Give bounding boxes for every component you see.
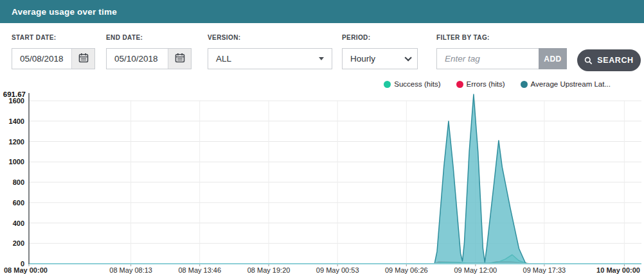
x-tick-label: 10 May 00:00 xyxy=(596,266,640,274)
y-tick-label: 600 xyxy=(13,199,24,207)
legend-label: Average Upstream Lat... xyxy=(531,80,611,88)
avg-upstream-series-dot xyxy=(521,81,528,88)
legend-item-errors[interactable]: Errors (hits) xyxy=(456,80,505,88)
period-select[interactable]: Hourly xyxy=(342,48,418,69)
y-tick-label: 800 xyxy=(13,178,24,186)
search-icon xyxy=(584,56,593,65)
chart-legend: Success (hits) Errors (hits) Average Ups… xyxy=(384,80,611,88)
chevron-down-icon xyxy=(404,54,411,61)
calendar-icon xyxy=(175,53,185,65)
add-tag-button[interactable]: ADD xyxy=(539,48,567,69)
legend-item-success[interactable]: Success (hits) xyxy=(384,80,440,88)
search-button-label: SEARCH xyxy=(597,56,633,65)
tag-input[interactable] xyxy=(436,48,539,69)
start-date-input[interactable] xyxy=(12,49,71,69)
x-tick-label: 09 May 06:26 xyxy=(385,266,428,274)
version-select-value: ALL xyxy=(216,54,231,64)
series-area xyxy=(29,255,624,264)
end-date-input[interactable] xyxy=(107,49,168,69)
page-header: Average usage over time xyxy=(0,0,644,23)
x-tick-label: 08 May 00:00 xyxy=(4,266,48,274)
period-label: PERIOD: xyxy=(342,34,370,41)
x-tick-label: 09 May 17:33 xyxy=(523,266,566,274)
legend-label: Errors (hits) xyxy=(467,80,505,88)
series-area xyxy=(29,94,624,264)
start-date-label: START DATE: xyxy=(12,34,57,41)
end-date-label: END DATE: xyxy=(106,34,143,41)
version-label: VERSION: xyxy=(208,34,241,41)
usage-chart-panel: Success (hits) Errors (hits) Average Ups… xyxy=(0,77,644,274)
y-tick-label: 400 xyxy=(13,219,24,227)
x-tick-label: 08 May 08:13 xyxy=(109,266,152,274)
x-tick-label: 09 May 00:53 xyxy=(316,266,359,274)
y-tick-label: 1400 xyxy=(9,117,24,125)
tag-filter-label: FILTER BY TAG: xyxy=(436,34,490,41)
start-date-calendar-button[interactable] xyxy=(71,49,94,69)
calendar-icon xyxy=(78,53,89,65)
page-title: Average usage over time xyxy=(12,7,117,17)
x-tick-label: 08 May 13:46 xyxy=(178,266,221,274)
caret-down-icon xyxy=(319,57,324,60)
usage-area-chart: 02004006008001000120014001600691.6708 Ma… xyxy=(0,88,644,274)
period-select-value: Hourly xyxy=(350,54,375,64)
end-date-calendar-button[interactable] xyxy=(168,49,191,69)
y-tick-label: 1000 xyxy=(9,158,24,166)
errors-series-dot xyxy=(456,81,463,88)
x-tick-label: 08 May 19:20 xyxy=(247,266,291,274)
y-tick-label: 1200 xyxy=(9,138,24,146)
y-tick-label: 200 xyxy=(13,239,24,247)
legend-label: Success (hits) xyxy=(394,80,440,88)
version-select[interactable]: ALL xyxy=(208,48,332,69)
y-axis-top-value: 691.67 xyxy=(3,90,26,98)
x-tick-label: 09 May 12:00 xyxy=(454,266,497,274)
success-series-dot xyxy=(384,81,391,88)
legend-item-avg-upstream-latency[interactable]: Average Upstream Lat... xyxy=(521,80,611,88)
search-button[interactable]: SEARCH xyxy=(577,49,641,71)
filter-toolbar: START DATE: END DATE: xyxy=(0,23,644,77)
